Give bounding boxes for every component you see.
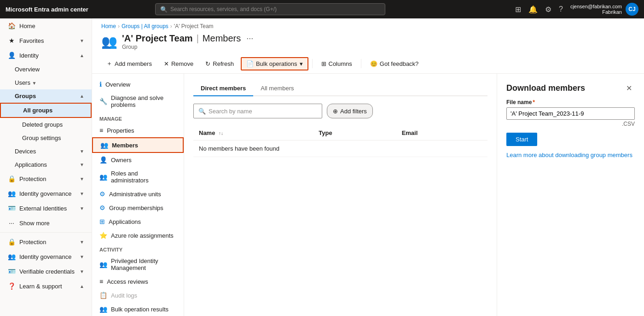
feedback-label: Got feedback?	[380, 60, 419, 67]
file-name-input[interactable]	[506, 107, 635, 120]
settings-icon[interactable]: ⚙	[543, 3, 553, 16]
left-nav-members[interactable]: 👥 Members	[92, 137, 184, 153]
left-nav-properties[interactable]: ≡ Properties	[92, 123, 184, 137]
sidebar-item-identity-governance-bottom[interactable]: 👥 Identity governance ▼	[0, 249, 92, 264]
search-input[interactable]	[170, 6, 380, 12]
sidebar-item-learn-support[interactable]: ❓ Learn & support ▲	[0, 279, 92, 293]
filter-bar: 🔍 ⊕ Add filters	[193, 104, 487, 118]
learn-icon: ❓	[7, 282, 16, 290]
page-subtitle: Members	[203, 33, 241, 44]
left-nav-admin-units[interactable]: ⚙ Administrative units	[92, 187, 184, 201]
search-box[interactable]: 🔍	[193, 104, 322, 118]
refresh-button[interactable]: ↻ Refresh	[200, 58, 239, 70]
user-info[interactable]: cjensen@fabrikan.com Fabrikan CJ	[570, 3, 638, 16]
group-type-label: Group	[122, 44, 255, 50]
members-icon: 👥	[100, 141, 108, 149]
download-panel: Download members ✕ File name* .CSV Start…	[497, 74, 644, 316]
tab-direct-members[interactable]: Direct members	[193, 81, 253, 96]
sidebar-item-external-identities[interactable]: 🪪 External Identities ▼	[0, 201, 92, 216]
sidebar-item-applications[interactable]: Applications ▼	[0, 158, 92, 171]
left-nav-access-reviews[interactable]: ≡ Access reviews	[92, 275, 184, 288]
left-nav-group-memberships-label: Group memberships	[109, 205, 163, 211]
left-nav-privileged-identity[interactable]: 👥 Privileged Identity Management	[92, 254, 184, 275]
left-nav-applications[interactable]: ⊞ Applications	[92, 215, 184, 228]
azure-roles-icon: ⭐	[99, 232, 107, 239]
left-nav-overview[interactable]: ℹ Overview	[92, 77, 184, 91]
sidebar-item-verifiable-credentials[interactable]: 🪪 Verifiable credentials ▼	[0, 264, 92, 279]
sidebar-users-label: Users	[15, 79, 30, 86]
header-separator: |	[197, 33, 199, 44]
sidebar-item-protection[interactable]: 🔒 Protection ▼	[0, 171, 92, 186]
left-nav-azure-roles[interactable]: ⭐ Azure role assignments	[92, 228, 184, 242]
audit-icon: 📋	[99, 292, 107, 299]
governance-icon: 👥	[7, 190, 16, 197]
sidebar-item-home[interactable]: 🏠 Home	[0, 18, 92, 33]
sidebar-item-identity-governance[interactable]: 👥 Identity governance ▼	[0, 186, 92, 201]
breadcrumb: Home › Groups | All groups › 'A' Project…	[92, 18, 644, 31]
app-brand: Microsoft Entra admin center	[6, 6, 88, 13]
col-email[interactable]: Email	[396, 126, 487, 140]
search-input[interactable]	[209, 108, 317, 115]
sidebar-item-users[interactable]: Users ▼	[0, 76, 92, 89]
feedback-button[interactable]: 😊 Got feedback?	[365, 58, 424, 70]
left-nav-owners[interactable]: 👤 Owners	[92, 153, 184, 167]
help-icon[interactable]: ?	[557, 3, 565, 15]
sidebar-verifiable-label: Verifiable credentials	[19, 268, 75, 275]
sidebar-item-all-groups[interactable]: All groups	[0, 103, 92, 118]
sidebar-item-groups[interactable]: Groups ▲	[0, 89, 92, 103]
start-button[interactable]: Start	[506, 133, 537, 146]
col-name[interactable]: Name ↑↓	[193, 126, 313, 140]
sidebar-item-show-more[interactable]: ··· Show more	[0, 216, 92, 230]
columns-button[interactable]: ⊞ Columns	[316, 58, 357, 70]
col-type[interactable]: Type	[313, 126, 396, 140]
left-nav-audit-logs[interactable]: 📋 Audit logs	[92, 288, 184, 302]
bell-icon[interactable]: 🔔	[527, 3, 540, 16]
more-options-button[interactable]: ···	[244, 34, 255, 43]
learn-more-link[interactable]: Learn more about downloading group membe…	[506, 152, 635, 158]
main-content: Direct members All members 🔍 ⊕ Add filte…	[184, 74, 497, 316]
avatar[interactable]: CJ	[626, 3, 638, 16]
sidebar-item-favorites[interactable]: ★ Favorites ▼	[0, 33, 92, 48]
access-reviews-icon: ≡	[99, 278, 103, 285]
sidebar-item-overview[interactable]: Overview	[0, 63, 92, 76]
sidebar-item-deleted-groups[interactable]: Deleted groups	[0, 118, 92, 131]
breadcrumb-sep-1: ›	[118, 23, 120, 29]
header-title-block: 'A' Project Team | Members ··· Group	[122, 33, 255, 50]
left-nav-group-memberships[interactable]: ⚙ Group memberships	[92, 201, 184, 215]
sidebar-devices-label: Devices	[15, 148, 36, 155]
bulk-operations-label: Bulk operations	[256, 60, 297, 67]
remove-button[interactable]: ✕ Remove	[159, 58, 198, 70]
left-nav-diagnose[interactable]: 🔧 Diagnose and solve problems	[92, 91, 184, 111]
search-bar[interactable]: 🔍	[155, 3, 385, 15]
add-members-button[interactable]: ＋ Add members	[101, 57, 157, 70]
sidebar-item-protection-bottom[interactable]: 🔒 Protection ▼	[0, 234, 92, 249]
sidebar-item-devices[interactable]: Devices ▼	[0, 145, 92, 158]
sidebar-protection-b-label: Protection	[19, 239, 46, 246]
remove-icon: ✕	[164, 60, 169, 67]
left-nav-roles-admins[interactable]: 👥 Roles and administrators	[92, 167, 184, 187]
bulk-operations-button[interactable]: 📄 Bulk operations ▾	[241, 57, 308, 70]
sidebar-show-more-label: Show more	[19, 220, 50, 227]
main-layout: 🏠 Home ★ Favorites ▼ 👤 Identity ▲ Overvi…	[0, 18, 644, 316]
search-icon: 🔍	[198, 108, 206, 115]
topbar-icons: ⊞ 🔔 ⚙ ?	[513, 3, 565, 16]
columns-label: Columns	[329, 60, 352, 67]
grid-icon[interactable]: ⊞	[513, 3, 523, 16]
members-table: Name ↑↓ Type Email	[193, 126, 487, 157]
breadcrumb-groups[interactable]: Groups | All groups	[122, 23, 168, 29]
left-nav-privileged-label: Privileged Identity Management	[111, 257, 176, 271]
left-nav-bulk-results[interactable]: 👥 Bulk operation results	[92, 302, 184, 316]
breadcrumb-home[interactable]: Home	[101, 23, 116, 29]
close-button[interactable]: ✕	[623, 83, 635, 94]
columns-icon: ⊞	[321, 60, 326, 67]
bulk-icon: 📄	[246, 60, 254, 67]
tab-all-members[interactable]: All members	[253, 81, 301, 96]
chevron-down-icon: ▼	[80, 149, 84, 154]
filter-icon: ⊕	[333, 108, 338, 115]
sidebar-item-identity[interactable]: 👤 Identity ▲	[0, 48, 92, 63]
sidebar-group-settings-label: Group settings	[22, 135, 61, 141]
sidebar-external-label: External Identities	[19, 205, 67, 212]
add-filters-button[interactable]: ⊕ Add filters	[327, 104, 373, 118]
sidebar-item-group-settings[interactable]: Group settings	[0, 131, 92, 145]
toolbar-divider	[312, 59, 313, 68]
